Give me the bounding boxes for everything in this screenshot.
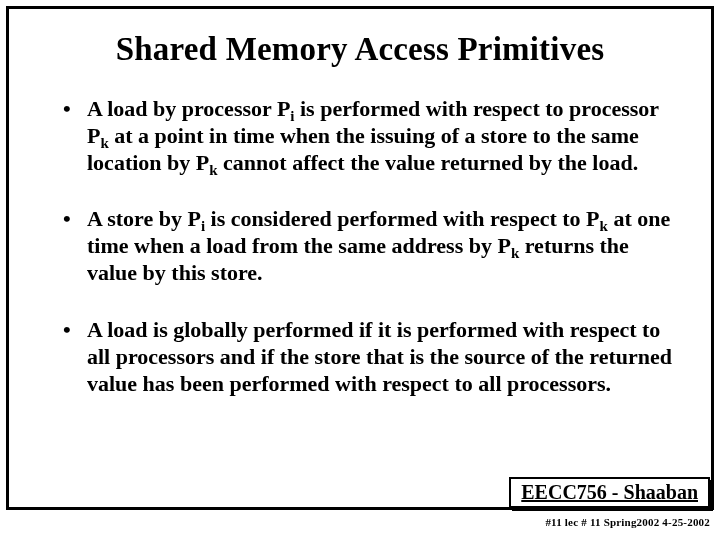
text: A load by processor P [87, 96, 290, 121]
slide-frame: Shared Memory Access Primitives A load b… [6, 6, 714, 510]
slide-content: A load by processor Pi is performed with… [9, 68, 711, 397]
bullet-2: A store by Pi is considered performed wi… [63, 206, 677, 286]
bullet-3: A load is globally performed if it is pe… [63, 317, 677, 397]
footer-course-box: EECC756 - Shaaban [509, 477, 710, 508]
subscript: k [209, 162, 217, 178]
bullet-1: A load by processor Pi is performed with… [63, 96, 677, 176]
slide-title: Shared Memory Access Primitives [9, 31, 711, 68]
text: A store by P [87, 206, 201, 231]
footer-metadata: #11 lec # 11 Spring2002 4-25-2002 [545, 516, 710, 528]
text: is considered performed with respect to … [205, 206, 600, 231]
subscript: k [511, 246, 519, 262]
text: A load is globally performed if it is pe… [87, 317, 672, 396]
text: cannot affect the value returned by the … [218, 150, 639, 175]
